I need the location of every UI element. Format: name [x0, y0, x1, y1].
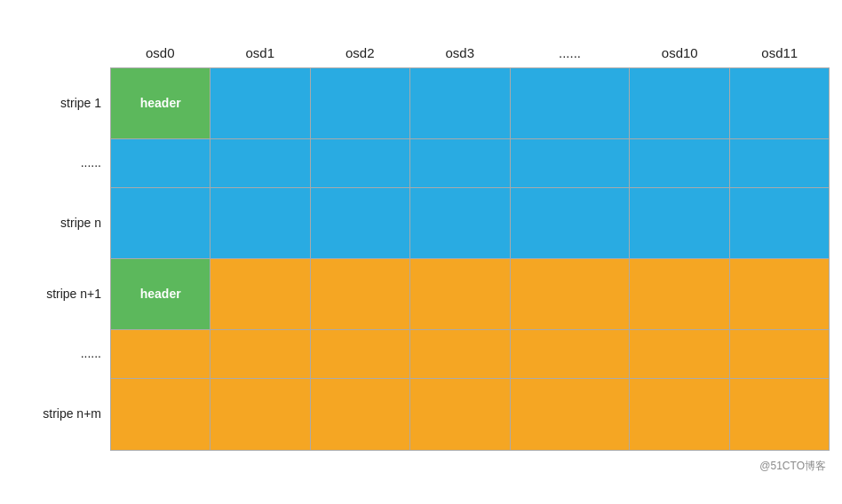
grid-row-4: header [111, 259, 829, 330]
osd-label-0: osd0 [110, 45, 210, 60]
cell-r1-c5 [630, 68, 729, 138]
cell-r3-c6 [730, 188, 829, 258]
diagram-container: osd0 osd1 osd2 osd3 ...... osd10 osd11 s… [12, 28, 830, 477]
main-grid-area: stripe 1 ...... stripe n stripe n+1 ....… [12, 67, 830, 451]
cell-r5-c1 [210, 330, 310, 378]
grid-row-1: header [111, 68, 829, 139]
cell-r2-c6 [730, 139, 829, 187]
cell-r5-c0 [111, 330, 210, 378]
cell-r3-c4 [511, 188, 631, 258]
cell-r6-c3 [410, 379, 510, 450]
grid-row-5 [111, 330, 829, 379]
cell-r6-c5 [630, 379, 729, 450]
cell-r2-c2 [311, 139, 410, 187]
grid-row-2 [111, 139, 829, 188]
row-label-stripeN1: stripe n+1 [12, 258, 110, 329]
cell-r2-c5 [630, 139, 729, 187]
cell-r4-c5 [630, 259, 729, 329]
cell-r3-c5 [630, 188, 729, 258]
cell-r6-c2 [311, 379, 410, 450]
cell-r3-c2 [311, 188, 410, 258]
cell-r1-c4 [511, 68, 631, 138]
grid: header [110, 67, 830, 451]
row-label-stripeN: stripe n [12, 187, 110, 258]
cell-r3-c0 [111, 188, 210, 258]
cell-r6-c6 [730, 379, 829, 450]
cell-r2-c0 [111, 139, 210, 187]
grid-row-3 [111, 188, 829, 259]
cell-r2-c1 [210, 139, 310, 187]
cell-r5-c4 [511, 330, 631, 378]
cell-r6-c4 [511, 379, 631, 450]
cell-r3-c1 [210, 188, 310, 258]
cell-r4-c4 [511, 259, 631, 329]
grid-row-6 [111, 379, 829, 450]
row-label-stripe1: stripe 1 [12, 67, 110, 138]
cell-r5-c2 [311, 330, 410, 378]
cell-r5-c6 [730, 330, 829, 378]
cell-r4-c1 [210, 259, 310, 329]
cell-r5-c5 [630, 330, 729, 378]
cell-r1-c1 [210, 68, 310, 138]
cell-r3-c3 [410, 188, 510, 258]
row-label-ellipsis2: ...... [12, 329, 110, 378]
cell-r6-c0 [111, 379, 210, 450]
osd-header-row: osd0 osd1 osd2 osd3 ...... osd10 osd11 [110, 45, 830, 60]
cell-r4-c2 [311, 259, 410, 329]
header-cell-1: header [111, 68, 210, 138]
osd-label-10: osd10 [630, 45, 730, 60]
row-label-ellipsis1: ...... [12, 138, 110, 187]
cell-r5-c3 [410, 330, 510, 378]
cell-r1-c2 [311, 68, 410, 138]
header-cell-2: header [111, 259, 210, 329]
row-labels-column: stripe 1 ...... stripe n stripe n+1 ....… [12, 67, 110, 451]
osd-label-ellipsis: ...... [510, 45, 630, 60]
osd-label-11: osd11 [730, 45, 830, 60]
cell-r1-c3 [410, 68, 510, 138]
watermark-text: @51CTO博客 [759, 459, 826, 474]
osd-label-2: osd2 [310, 45, 410, 60]
osd-label-3: osd3 [410, 45, 511, 60]
cell-r2-c3 [410, 139, 510, 187]
cell-r6-c1 [210, 379, 310, 450]
cell-r4-c6 [730, 259, 829, 329]
row-label-stripeNm: stripe n+m [12, 378, 110, 449]
cell-r4-c3 [410, 259, 510, 329]
cell-r2-c4 [511, 139, 631, 187]
cell-r1-c6 [730, 68, 829, 138]
osd-label-1: osd1 [210, 45, 311, 60]
